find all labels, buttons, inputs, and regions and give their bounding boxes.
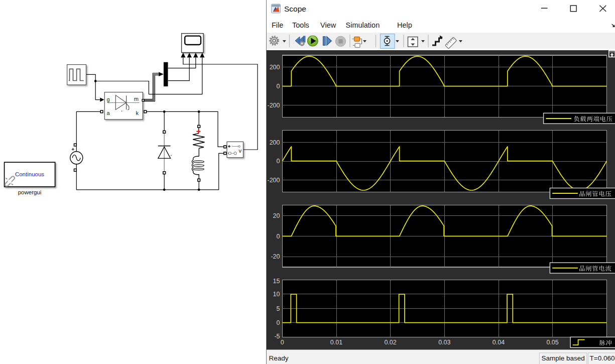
svg-text:0: 0 <box>277 83 280 90</box>
svg-text:-200: -200 <box>267 177 280 184</box>
svg-text:0: 0 <box>277 319 280 326</box>
svg-text:200: 200 <box>270 139 280 146</box>
svg-text:-5: -5 <box>274 333 280 340</box>
svg-text:m: m <box>134 96 139 102</box>
svg-text:20: 20 <box>273 212 280 219</box>
svg-text:File: File <box>272 21 283 29</box>
svg-text:g: g <box>107 96 110 102</box>
svg-text:0.03: 0.03 <box>438 339 450 346</box>
svg-text:-20: -20 <box>271 253 280 260</box>
svg-text:-200: -200 <box>267 102 280 109</box>
svg-text:Continuous: Continuous <box>15 171 44 177</box>
svg-text:a: a <box>107 110 110 116</box>
svg-text:Ready: Ready <box>269 354 289 362</box>
svg-text:0: 0 <box>281 339 284 346</box>
svg-text:Help: Help <box>397 21 412 29</box>
svg-text:Simulation: Simulation <box>346 21 380 29</box>
svg-text:v: v <box>239 148 242 154</box>
svg-text:0: 0 <box>277 233 280 240</box>
svg-text:T=0.060: T=0.060 <box>590 354 615 362</box>
svg-text:0.02: 0.02 <box>384 339 396 346</box>
svg-text:10: 10 <box>273 291 280 298</box>
svg-text:5: 5 <box>277 305 280 312</box>
svg-text:0.04: 0.04 <box>493 339 505 346</box>
svg-text:0.01: 0.01 <box>330 339 342 346</box>
svg-text:View: View <box>320 21 336 29</box>
svg-text:k: k <box>136 110 139 116</box>
svg-text:15: 15 <box>273 278 280 285</box>
svg-text:Scope: Scope <box>284 5 306 13</box>
svg-text:0: 0 <box>277 158 280 165</box>
svg-text:Tools: Tools <box>292 21 309 29</box>
svg-text:0.05: 0.05 <box>546 339 558 346</box>
svg-text:200: 200 <box>270 64 280 71</box>
svg-text:Sample based: Sample based <box>542 354 585 362</box>
svg-text:powergui: powergui <box>18 189 42 195</box>
